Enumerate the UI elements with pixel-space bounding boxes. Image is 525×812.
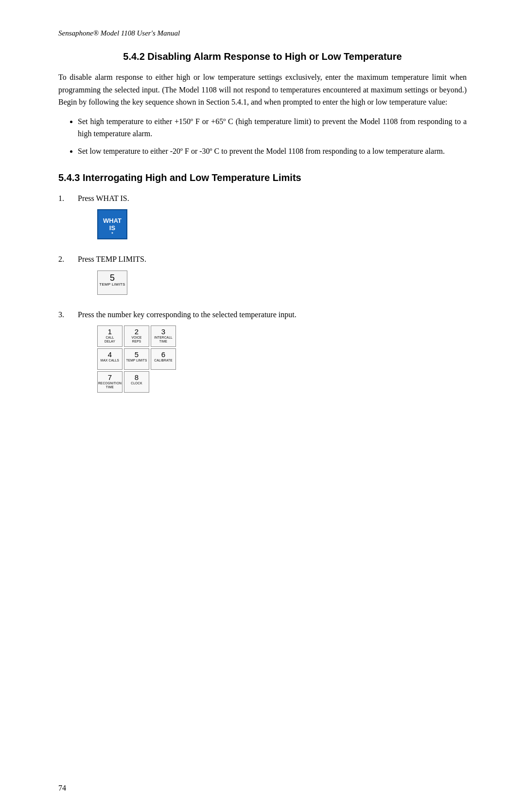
step-1-num: 1. <box>58 192 78 205</box>
key-2-number: 2 <box>135 328 139 335</box>
key-2[interactable]: 2VOICEREPS <box>124 325 149 347</box>
step-3-text: Press the number key corresponding to th… <box>78 310 297 319</box>
step-1: 1. Press WHAT IS. WHAT IS * <box>58 192 467 245</box>
step-1-text: Press WHAT IS. <box>78 194 129 202</box>
key-2-label: VOICEREPS <box>131 336 141 343</box>
key-3-number: 3 <box>161 328 165 335</box>
key-8-label: CLOCK <box>131 381 142 385</box>
key-8[interactable]: 8CLOCK <box>124 371 149 393</box>
page-number: 74 <box>58 784 66 793</box>
page: Sensaphone® Model 1108 User's Manual 5.4… <box>0 0 525 812</box>
key-4-number: 4 <box>108 351 112 358</box>
bullet-item-1: Set high temperature to either +150º F o… <box>78 115 467 140</box>
keypad-grid: 1CALLDELAY2VOICEREPS3INTERCALLTIME4MAX C… <box>97 325 467 393</box>
temp-limits-number: 5 <box>110 273 115 282</box>
what-is-line1: WHAT <box>103 217 122 225</box>
key-1-number: 1 <box>108 328 112 335</box>
step-3-content: Press the number key corresponding to th… <box>78 308 467 398</box>
key-8-number: 8 <box>135 374 139 381</box>
key-7-number: 7 <box>108 374 112 381</box>
key-5-label: TEMP LIMITS <box>126 359 147 362</box>
step-2-content: Press TEMP LIMITS. 5 TEMP LIMITS <box>78 253 467 300</box>
temp-limits-button-container: 5 TEMP LIMITS <box>97 271 467 295</box>
key-1-label: CALLDELAY <box>105 336 115 343</box>
header-text: Sensaphone® Model 1108 User's Manual <box>58 29 180 37</box>
temp-limits-button[interactable]: 5 TEMP LIMITS <box>97 271 127 295</box>
key-7[interactable]: 7RECOGNITIONTIME <box>97 371 122 393</box>
key-4-label: MAX CALLS <box>101 359 119 362</box>
key-3[interactable]: 3INTERCALLTIME <box>151 325 176 347</box>
step-3: 3. Press the number key corresponding to… <box>58 308 467 398</box>
step-2: 2. Press TEMP LIMITS. 5 TEMP LIMITS <box>58 253 467 300</box>
key-5-number: 5 <box>135 351 139 358</box>
section-542-body: To disable alarm response to either high… <box>58 71 467 108</box>
temp-limits-label: TEMP LIMITS <box>99 282 125 287</box>
what-is-button[interactable]: WHAT IS * <box>97 209 127 239</box>
key-6-number: 6 <box>161 351 165 358</box>
step-3-num: 3. <box>58 308 78 321</box>
page-header: Sensaphone® Model 1108 User's Manual <box>58 29 467 37</box>
section-542-title: 5.4.2 Disabling Alarm Response to High o… <box>58 51 467 62</box>
steps-list: 1. Press WHAT IS. WHAT IS * 2. Press TEM… <box>58 192 467 398</box>
step-2-num: 2. <box>58 253 78 266</box>
key-6[interactable]: 6CALIBRATE <box>151 348 176 370</box>
key-4[interactable]: 4MAX CALLS <box>97 348 122 370</box>
what-is-star: * <box>111 231 113 236</box>
what-is-button-container: WHAT IS * <box>97 209 467 239</box>
key-5[interactable]: 5TEMP LIMITS <box>124 348 149 370</box>
bullet-list: Set high temperature to either +150º F o… <box>78 115 467 158</box>
step-2-text: Press TEMP LIMITS. <box>78 255 146 263</box>
key-6-label: CALIBRATE <box>154 359 172 362</box>
step-1-content: Press WHAT IS. WHAT IS * <box>78 192 467 245</box>
key-1[interactable]: 1CALLDELAY <box>97 325 122 347</box>
key-7-label: RECOGNITIONTIME <box>98 381 122 389</box>
bullet-item-2: Set low temperature to either -20º F or … <box>78 145 467 158</box>
key-3-label: INTERCALLTIME <box>154 336 173 343</box>
section-543-title: 5.4.3 Interrogating High and Low Tempera… <box>58 172 467 183</box>
